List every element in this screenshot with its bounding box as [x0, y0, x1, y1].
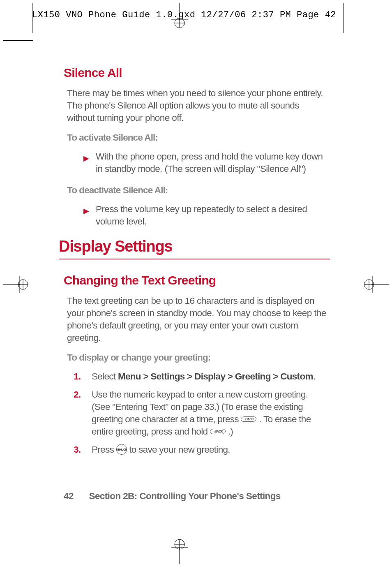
text-run: .)	[228, 426, 233, 437]
bullet-list: ▶ Press the volume key up repeatedly to …	[83, 203, 327, 228]
text-run: .	[313, 371, 316, 382]
paragraph: The text greeting can be up to 16 charac…	[67, 295, 327, 344]
text-run: to save your new greeting.	[129, 444, 230, 455]
paragraph: There may be times when you need to sile…	[67, 87, 327, 124]
key-label-bottom: OK	[123, 448, 127, 451]
list-item: ▶ With the phone open, press and hold th…	[83, 150, 327, 175]
page-content: Silence All There may be times when you …	[64, 66, 331, 462]
instruction-label: To activate Silence All:	[67, 132, 327, 143]
step-number: 2.	[74, 389, 92, 401]
text-run: Select	[92, 371, 118, 382]
step-text: Use the numeric keypad to enter a new cu…	[92, 389, 327, 438]
instruction-label: To display or change your greeting:	[67, 352, 327, 363]
list-item: ▶ Press the volume key up repeatedly to …	[83, 203, 327, 228]
list-item: 1. Select Menu > Settings > Display > Gr…	[74, 370, 327, 383]
list-item: 2. Use the numeric keypad to enter a new…	[74, 389, 327, 438]
bullet-text: Press the volume key up repeatedly to se…	[96, 203, 327, 228]
step-text: Press MENUOK to save your new greeting.	[92, 444, 327, 456]
crop-corner-line	[32, 3, 32, 33]
triangle-bullet-icon: ▶	[83, 203, 96, 217]
key-label-top: MENU	[116, 448, 123, 451]
subheading-silence-all: Silence All	[64, 66, 331, 80]
registration-mark-left	[3, 275, 29, 295]
step-number: 3.	[74, 444, 92, 456]
step-number: 1.	[74, 370, 92, 383]
triangle-bullet-icon: ▶	[83, 150, 96, 164]
bullet-text: With the phone open, press and hold the …	[96, 150, 327, 175]
section-title: Section 2B: Controlling Your Phone's Set…	[89, 491, 280, 501]
registration-mark-right	[363, 275, 389, 295]
bullet-list: ▶ With the phone open, press and hold th…	[83, 150, 327, 175]
list-item: 3. Press MENUOK to save your new greetin…	[74, 444, 327, 456]
registration-mark-bottom	[171, 539, 189, 566]
back-key-icon: BACK	[241, 416, 257, 422]
instruction-label: To deactivate Silence All:	[67, 185, 327, 196]
step-text: Select Menu > Settings > Display > Greet…	[92, 370, 327, 383]
registration-mark-top	[171, 3, 189, 30]
text-run: Press	[92, 444, 116, 455]
numbered-list: 1. Select Menu > Settings > Display > Gr…	[74, 370, 327, 456]
page-number: 42	[64, 491, 74, 501]
back-key-icon: BACK	[210, 429, 226, 434]
subheading-text-greeting: Changing the Text Greeting	[64, 273, 331, 287]
crop-corner-line	[3, 40, 33, 41]
crop-corner-line	[344, 3, 344, 33]
menu-ok-key-icon: MENUOK	[116, 444, 127, 455]
menu-path: Menu > Settings > Display > Greeting > C…	[118, 371, 313, 382]
page-footer: 42 Section 2B: Controlling Your Phone's …	[64, 491, 281, 502]
main-heading-display-settings: Display Settings	[59, 238, 330, 259]
